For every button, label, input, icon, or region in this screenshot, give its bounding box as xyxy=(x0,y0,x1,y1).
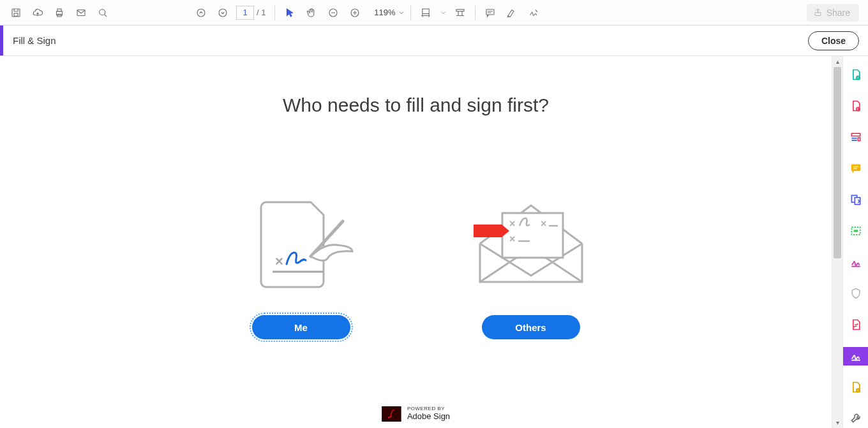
comment-icon[interactable] xyxy=(479,3,501,23)
zoom-in-icon[interactable] xyxy=(344,3,366,23)
svg-rect-1 xyxy=(14,13,18,16)
option-me: × Me xyxy=(244,193,359,339)
organize-pages-icon[interactable] xyxy=(843,190,869,209)
svg-text:×: × xyxy=(275,253,283,269)
svg-text:×: × xyxy=(509,218,515,229)
powered-by-adobe-sign: ʆ POWERED BY Adobe Sign xyxy=(382,406,450,422)
fit-width-icon[interactable] xyxy=(415,3,437,23)
vertical-scrollbar[interactable]: ▴ ▾ xyxy=(832,56,842,428)
option-others: × × × Others xyxy=(474,193,588,339)
subheader-title: Fill & Sign xyxy=(0,35,56,46)
fit-width-chevron-icon[interactable] xyxy=(437,3,449,23)
svg-text:×: × xyxy=(541,218,546,229)
read-mode-icon[interactable] xyxy=(449,3,471,23)
edit-pdf-icon[interactable] xyxy=(843,128,869,146)
mail-icon[interactable] xyxy=(70,3,92,23)
toolbar-separator xyxy=(274,6,275,20)
svg-rect-0 xyxy=(12,9,20,17)
toolbar-separator xyxy=(475,6,475,20)
svg-point-7 xyxy=(197,9,205,17)
close-button[interactable]: Close xyxy=(808,31,859,50)
option-me-button[interactable]: Me xyxy=(252,315,350,339)
svg-point-6 xyxy=(100,9,105,15)
scroll-thumb[interactable] xyxy=(834,67,841,258)
share-label: Share xyxy=(827,8,850,18)
signature-icon[interactable] xyxy=(523,3,544,23)
page-total-label: / 1 xyxy=(257,8,266,17)
question-heading: Who needs to fill and sign first? xyxy=(0,94,832,116)
toolbar-separator xyxy=(410,6,411,20)
share-button: Share xyxy=(807,4,859,22)
fill-sign-icon[interactable] xyxy=(843,347,869,365)
sign-tool-icon[interactable] xyxy=(843,253,869,271)
send-for-comment-icon[interactable] xyxy=(843,378,869,397)
cloud-upload-icon[interactable] xyxy=(27,3,49,23)
comment-pdf-icon[interactable] xyxy=(843,159,869,177)
top-toolbar: / 1 119% xyxy=(0,0,868,26)
fill-sign-subheader: Fill & Sign Close xyxy=(0,26,868,56)
page-down-icon[interactable] xyxy=(212,3,234,23)
compress-icon[interactable] xyxy=(843,316,869,334)
content-area: Who needs to fill and sign first? × xyxy=(0,56,832,428)
svg-rect-26 xyxy=(851,133,860,136)
scroll-up-icon[interactable]: ▴ xyxy=(832,56,842,67)
zoom-out-icon[interactable] xyxy=(322,3,344,23)
right-tools-rail xyxy=(842,56,868,428)
protect-icon[interactable] xyxy=(843,284,869,303)
page-up-icon[interactable] xyxy=(190,3,212,23)
svg-rect-13 xyxy=(486,9,494,14)
page-number-input[interactable] xyxy=(236,6,254,20)
svg-rect-36 xyxy=(853,230,858,232)
svg-text:×: × xyxy=(509,233,515,244)
svg-rect-29 xyxy=(858,138,860,141)
selection-arrow-icon[interactable] xyxy=(279,3,301,23)
adobe-sign-label: Adobe Sign xyxy=(407,412,450,421)
redact-icon[interactable] xyxy=(843,221,869,240)
adobe-sign-badge-icon: ʆ xyxy=(382,406,401,422)
create-pdf-icon[interactable] xyxy=(843,65,869,84)
svg-rect-5 xyxy=(77,10,85,15)
more-tools-icon[interactable] xyxy=(843,410,869,428)
highlighter-icon[interactable] xyxy=(501,3,523,23)
print-icon[interactable] xyxy=(49,3,70,23)
hand-tool-icon[interactable] xyxy=(301,3,322,23)
zoom-dropdown-chevron-icon[interactable] xyxy=(396,8,407,18)
scroll-down-icon[interactable]: ▾ xyxy=(832,417,842,428)
svg-rect-30 xyxy=(851,165,860,170)
option-me-illustration: × xyxy=(247,193,355,295)
export-pdf-icon[interactable] xyxy=(843,96,869,115)
option-others-button[interactable]: Others xyxy=(482,315,580,339)
svg-point-8 xyxy=(219,9,227,17)
option-others-illustration: × × × xyxy=(467,193,595,295)
zoom-value-label: 119% xyxy=(366,8,396,17)
svg-rect-12 xyxy=(456,9,464,11)
svg-rect-11 xyxy=(423,9,430,14)
svg-rect-3 xyxy=(57,9,61,11)
search-icon[interactable] xyxy=(92,3,114,23)
save-icon[interactable] xyxy=(5,3,27,23)
